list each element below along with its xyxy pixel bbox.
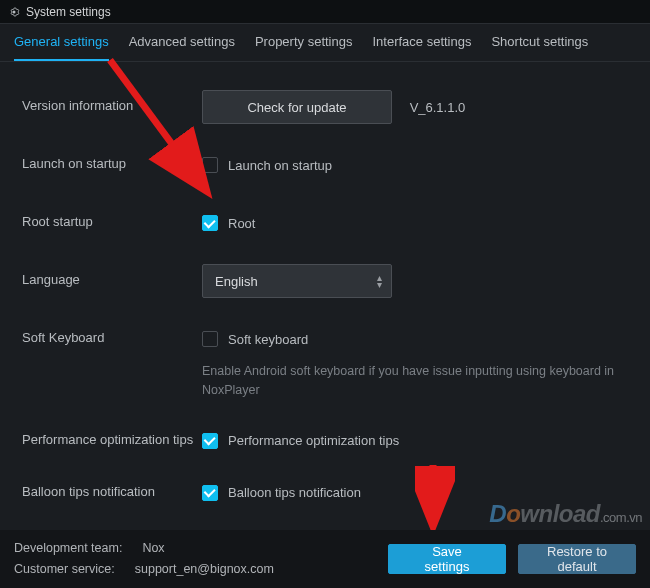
checkbox-balloon-label: Balloon tips notification (228, 485, 361, 500)
tab-shortcut[interactable]: Shortcut settings (491, 34, 588, 61)
checkbox-launch-label: Launch on startup (228, 158, 332, 173)
row-version: Version information Check for update V_6… (22, 90, 628, 124)
restore-default-button[interactable]: Restore to default (518, 544, 636, 574)
checkbox-launch-startup[interactable] (202, 157, 218, 173)
label-soft-keyboard: Soft Keyboard (22, 322, 202, 345)
label-perf-tips: Performance optimization tips (22, 424, 202, 447)
window-title: System settings (26, 5, 111, 19)
footer-buttons: Save settings Restore to default (388, 544, 636, 574)
check-update-button[interactable]: Check for update (202, 90, 392, 124)
label-root: Root startup (22, 206, 202, 229)
dev-team-label: Development team: (14, 538, 122, 559)
row-balloon: Balloon tips notification Balloon tips n… (22, 476, 628, 510)
customer-service-label: Customer service: (14, 559, 115, 580)
row-soft-keyboard: Soft Keyboard Soft keyboard Enable Andro… (22, 322, 628, 400)
footer: Development team: Nox Customer service: … (0, 530, 650, 588)
version-value: V_6.1.1.0 (410, 100, 466, 115)
settings-content: Version information Check for update V_6… (0, 62, 650, 588)
help-soft-keyboard: Enable Android soft keyboard if you have… (202, 362, 628, 400)
row-launch: Launch on startup Launch on startup (22, 148, 628, 182)
gear-icon (8, 6, 20, 18)
tab-property[interactable]: Property settings (255, 34, 353, 61)
tab-general[interactable]: General settings (14, 34, 109, 61)
language-select[interactable]: English (202, 264, 392, 298)
label-version: Version information (22, 90, 202, 113)
tab-interface[interactable]: Interface settings (372, 34, 471, 61)
titlebar: System settings (0, 0, 650, 24)
footer-info: Development team: Nox Customer service: … (14, 538, 274, 581)
checkbox-soft-keyboard-label: Soft keyboard (228, 332, 308, 347)
label-launch: Launch on startup (22, 148, 202, 171)
customer-service-value: support_en@bignox.com (135, 559, 274, 580)
tab-advanced[interactable]: Advanced settings (129, 34, 235, 61)
label-language: Language (22, 264, 202, 287)
checkbox-perf-tips-label: Performance optimization tips (228, 433, 399, 448)
tabs: General settings Advanced settings Prope… (0, 24, 650, 62)
checkbox-soft-keyboard[interactable] (202, 331, 218, 347)
checkbox-root[interactable] (202, 215, 218, 231)
row-perf-tips: Performance optimization tips Performanc… (22, 424, 628, 458)
row-language: Language English ▴▾ (22, 264, 628, 298)
checkbox-balloon[interactable] (202, 485, 218, 501)
checkbox-perf-tips[interactable] (202, 433, 218, 449)
row-root: Root startup Root (22, 206, 628, 240)
save-settings-button[interactable]: Save settings (388, 544, 506, 574)
checkbox-root-label: Root (228, 216, 255, 231)
label-balloon: Balloon tips notification (22, 476, 202, 499)
dev-team-value: Nox (142, 538, 164, 559)
